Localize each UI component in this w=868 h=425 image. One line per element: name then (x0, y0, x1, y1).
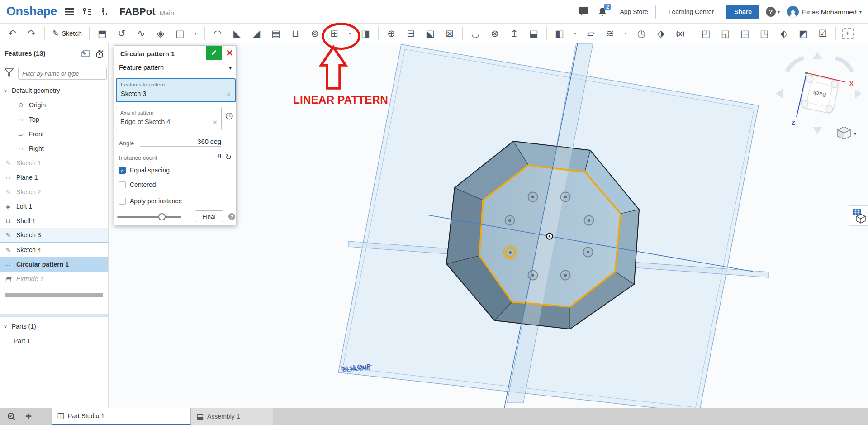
versions-icon[interactable] (82, 8, 92, 16)
feature-row-right[interactable]: ▱ Right (0, 141, 108, 156)
split-icon[interactable]: ⊟ (404, 26, 417, 41)
view-cube[interactable]: Back X Z ▾ (776, 52, 862, 139)
help-caret-icon[interactable]: ▾ (778, 10, 780, 14)
sheet-metal-corner-icon[interactable]: ◩ (797, 26, 810, 41)
draft-icon[interactable]: ◢ (250, 26, 263, 41)
thicken-icon[interactable]: ◫ (173, 26, 187, 41)
plane-icon[interactable]: ▱ (584, 26, 598, 41)
chamfer-icon[interactable]: ◣ (230, 26, 244, 41)
features-to-pattern-field[interactable]: Features to pattern Sketch 3 ✕ (116, 78, 236, 102)
workspace-name[interactable]: Main (159, 9, 174, 17)
custom-feature-icon[interactable]: + (842, 28, 854, 39)
feature-row-front[interactable]: ▱ Front (0, 127, 108, 141)
chevron-down-icon[interactable]: ▾ (193, 26, 199, 41)
feature-row-circular-pattern1[interactable]: ∴ Circular pattern 1 (0, 257, 108, 272)
feature-row-plane1[interactable]: ▱ Plane 1 (0, 170, 108, 185)
flyout-panel-button[interactable] (849, 206, 868, 226)
feature-row-sketch3[interactable]: ✎ Sketch 3 (0, 228, 108, 243)
replace-face-icon[interactable]: ⬓ (527, 26, 541, 41)
feature-row-sketch1[interactable]: ✎ Sketch 1 (0, 156, 108, 170)
feature-row-top[interactable]: ▱ Top (0, 112, 108, 127)
feature-row-sketch4[interactable]: ✎ Sketch 4 (0, 243, 108, 257)
rollback-slider-thumb[interactable] (158, 213, 166, 220)
angle-input[interactable]: 360 deg (140, 138, 221, 147)
view-menu-cube-icon[interactable]: ▾ (838, 127, 856, 139)
loft-icon[interactable]: ◈ (154, 26, 167, 41)
sheet-metal-joint-icon[interactable]: ◳ (758, 26, 771, 41)
final-button[interactable]: Final (195, 210, 223, 222)
selected-pattern-circle[interactable] (504, 246, 517, 259)
feature-row-origin[interactable]: ⊙ Origin (0, 98, 108, 112)
feature-row-sketch2[interactable]: ✎ Sketch 2 (0, 185, 108, 199)
tab-assembly-1[interactable]: ⬓ Assembly 1 (191, 408, 273, 425)
pattern-type-select[interactable]: Feature pattern ▾ (114, 62, 237, 75)
follow-mode-icon[interactable] (100, 7, 109, 16)
axis-of-pattern-field[interactable]: Axis of pattern Edge of Sketch 4 ✕ (116, 107, 222, 130)
sheet-metal-unfold-icon[interactable]: ⬖ (777, 26, 791, 41)
fillet-surface-icon[interactable]: ◡ (469, 26, 482, 41)
rib-icon[interactable]: ▤ (269, 26, 283, 41)
cancel-button[interactable]: ✕ (224, 47, 235, 59)
tab-part-studio-1[interactable]: ◫ Part Studio 1 (52, 408, 191, 425)
comment-icon[interactable] (578, 7, 589, 17)
instance-count-input[interactable]: 8 (164, 153, 221, 161)
transform-icon[interactable]: ⬕ (423, 26, 437, 41)
app-store-button[interactable]: App Store (612, 5, 655, 19)
centered-checkbox[interactable] (119, 181, 126, 188)
sketch-button[interactable]: ✎ Sketch (51, 26, 83, 41)
recompute-icon[interactable]: ↻ (225, 153, 232, 162)
confirm-button[interactable]: ✓ (206, 46, 222, 60)
chevron-down-icon[interactable]: ∨ (4, 324, 11, 329)
chevron-down-icon[interactable]: ▾ (623, 26, 629, 41)
dialog-help-icon[interactable]: ? (228, 213, 235, 220)
main-menu-icon[interactable] (65, 8, 74, 15)
roll-cw-arrow[interactable] (835, 58, 852, 72)
add-folder-icon[interactable] (80, 50, 90, 59)
rollback-bar[interactable] (5, 293, 103, 297)
undo-icon[interactable]: ↶ (5, 26, 19, 41)
user-caret-icon[interactable]: ▾ (859, 10, 862, 14)
clear-selection-icon[interactable]: ✕ (226, 91, 231, 98)
equal-spacing-checkbox[interactable]: ✓ (119, 167, 126, 174)
point-icon[interactable]: ◷ (635, 26, 648, 41)
chevron-down-icon[interactable]: ▾ (572, 26, 578, 41)
extrude-icon[interactable]: ⬒ (95, 26, 109, 41)
apply-per-instance-checkbox[interactable] (119, 198, 126, 205)
rotate-right-arrow[interactable] (855, 89, 862, 98)
chevron-down-icon[interactable]: ▾ (347, 26, 353, 41)
fillet-icon[interactable]: ◠ (211, 26, 224, 41)
rotate-down-arrow[interactable] (813, 127, 822, 134)
import-icon[interactable]: ⬗ (654, 26, 668, 41)
shell-icon[interactable]: ⊔ (289, 26, 302, 41)
notifications-bell-icon[interactable]: 2 (598, 7, 607, 17)
delete-part-icon[interactable]: ⊠ (443, 26, 456, 41)
filter-icon[interactable] (5, 68, 14, 79)
feature-row-extrude1[interactable]: ⬒ Extrude 1 (0, 272, 108, 286)
variable-icon[interactable]: (x) (674, 26, 687, 41)
sheet-metal-flange-icon[interactable]: ◰ (699, 26, 713, 41)
avatar[interactable] (787, 6, 799, 18)
panel-divider[interactable] (0, 314, 108, 317)
boolean-icon[interactable]: ⊕ (384, 26, 398, 41)
feature-row-loft1[interactable]: ◈ Loft 1 (0, 199, 108, 214)
surface-icon[interactable]: ◧ (553, 26, 566, 41)
history-timer-icon[interactable] (95, 50, 104, 60)
sheet-metal-finish-icon[interactable]: ☑ (816, 26, 830, 41)
roll-ccw-arrow[interactable] (787, 58, 804, 72)
delete-face-icon[interactable]: ⊗ (488, 26, 502, 41)
revolve-icon[interactable]: ↺ (115, 26, 128, 41)
filter-input[interactable] (18, 67, 107, 80)
parts-section-header[interactable]: ∨ Parts (1) (0, 319, 108, 334)
search-tabs-icon[interactable] (7, 412, 17, 420)
sweep-icon[interactable]: ∿ (134, 26, 148, 41)
rollback-slider-track[interactable] (117, 216, 181, 218)
part-row-part1[interactable]: Part 1 (0, 334, 108, 348)
clear-selection-icon[interactable]: ✕ (213, 119, 218, 126)
chevron-down-icon[interactable]: ∨ (4, 88, 11, 94)
user-menu[interactable]: Einas Mohammed (802, 8, 857, 16)
move-face-icon[interactable]: ↥ (508, 26, 521, 41)
mirror-icon[interactable]: ◨ (359, 26, 372, 41)
sheet-metal-bend-icon[interactable]: ◱ (719, 26, 732, 41)
add-tab-icon[interactable]: + (25, 410, 32, 423)
rotate-up-arrow[interactable] (813, 52, 822, 59)
